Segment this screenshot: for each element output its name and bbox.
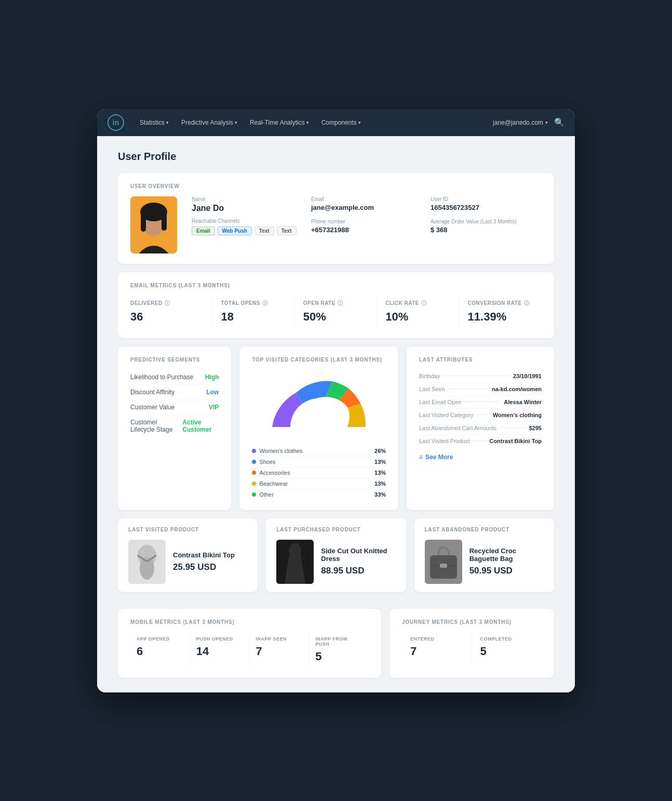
three-col-section: PREDICTIVE SEGMENTS Likelihood to Purcha… xyxy=(118,346,554,510)
journey-metrics-grid: ENTERED 7 COMPLETED 5 xyxy=(402,632,542,662)
avatar xyxy=(130,196,177,253)
last-abandoned-card: LAST ABANDONED PRODUCT xyxy=(414,518,554,592)
info-icon[interactable]: ⓘ xyxy=(262,300,268,307)
bottom-metrics-row: MOBILE METRICS (LAST 3 MONTHS) APP OPENE… xyxy=(118,609,554,678)
categories-card: TOP VISITED CATEGORIES (LAST 3 MONTHS) xyxy=(239,346,398,510)
metric-entered: ENTERED 7 xyxy=(402,632,472,662)
predictive-label: PREDICTIVE SEGMENTS xyxy=(130,357,219,363)
email-metrics-grid: DELIVERED ⓘ 36 TOTAL OPENS ⓘ 18 OPEN RAT… xyxy=(130,296,542,328)
product-content: Recycled Croc Baguette Bag 50.95 USD xyxy=(425,540,544,584)
legend-item-2: Accessories 13% xyxy=(252,468,386,478)
metric-conversion-rate: CONVERSION RATE ⓘ 11.39% xyxy=(460,296,542,328)
metric-completed: COMPLETED 5 xyxy=(472,632,542,662)
chevron-down-icon: ▾ xyxy=(358,120,361,125)
metric-click-rate: CLICK RATE ⓘ 10% xyxy=(377,296,459,328)
info-icon[interactable]: ⓘ xyxy=(338,300,343,307)
nav-components[interactable]: Components ▾ xyxy=(316,116,366,129)
last-purchased-card: LAST PURCHASED PRODUCT Side Cut Out Knit… xyxy=(266,518,406,592)
email-metrics-card: EMAIL METRICS (LAST 3 MONTHS) DELIVERED … xyxy=(118,272,554,338)
svg-rect-5 xyxy=(162,211,167,231)
page-title: User Profile xyxy=(118,151,554,163)
pred-row-0: Likelihood to Purchase High xyxy=(130,370,219,385)
chevron-down-icon: ▾ xyxy=(306,120,309,125)
user-overview-card: USER OVERVIEW xyxy=(118,173,554,264)
user-overview-grid: Name Jane Do Reachable Channels Email We… xyxy=(130,196,542,253)
mobile-metrics-grid: APP OPENED 6 PUSH OPENED 14 INAPP SEEN xyxy=(130,632,369,668)
legend-dot xyxy=(252,492,256,497)
see-more-button[interactable]: ≡ See More xyxy=(419,453,453,461)
journey-metrics-label: JOURNEY METRICS (LAST 3 MONTHS) xyxy=(402,619,542,625)
nav-real-time-analytics[interactable]: Real-Time Analytics ▾ xyxy=(245,116,314,129)
metric-inapp-from-push: INAPP FROM PUSH 5 xyxy=(309,632,369,668)
logo-icon: in xyxy=(113,118,119,127)
legend-item-1: Shoes 13% xyxy=(252,457,386,468)
tag-email: Email xyxy=(192,226,215,235)
metric-total-opens: TOTAL OPENS ⓘ 18 xyxy=(212,296,294,328)
mobile-metrics-label: MOBILE METRICS (LAST 3 MONTHS) xyxy=(130,619,369,625)
attr-row-5: Last Visited Product Contrast Bikini Top xyxy=(419,435,542,447)
legend-item-3: Beachwear 13% xyxy=(252,478,386,489)
name-field: Name Jane Do Reachable Channels Email We… xyxy=(192,196,303,235)
product-info: Contrast Bikini Top 25.95 USD xyxy=(173,551,235,572)
pred-row-2: Customer Value VIP xyxy=(130,400,219,415)
list-icon: ≡ xyxy=(419,453,423,461)
nav-statistics[interactable]: Statistics ▾ xyxy=(135,116,174,129)
info-icon[interactable]: ⓘ xyxy=(421,300,427,307)
product-image xyxy=(276,540,314,584)
user-info: Name Jane Do Reachable Channels Email We… xyxy=(192,196,542,235)
journey-metrics-card: JOURNEY METRICS (LAST 3 MONTHS) ENTERED … xyxy=(389,609,554,678)
tag-webpush: Web Push xyxy=(218,226,252,235)
predictive-card: PREDICTIVE SEGMENTS Likelihood to Purcha… xyxy=(118,346,231,510)
legend-item-0: Women's clothes 26% xyxy=(252,446,386,457)
navbar: in Statistics ▾ Predictive Analysis ▾ Re… xyxy=(97,109,575,136)
product-info: Side Cut Out Knitted Dress 88.95 USD xyxy=(321,547,395,576)
metric-open-rate: OPEN RATE ⓘ 50% xyxy=(295,296,377,328)
attr-row-4: Last Abandoned Cart Amounts $295 xyxy=(419,422,542,435)
svg-rect-4 xyxy=(141,211,146,232)
main-content: User Profile USER OVERVIEW xyxy=(97,136,575,692)
user-overview-label: USER OVERVIEW xyxy=(130,183,542,189)
product-content: Contrast Bikini Top 25.95 USD xyxy=(128,540,247,584)
predictive-rows: Likelihood to Purchase High Discount Aff… xyxy=(130,370,219,437)
attributes-card: LAST ATTRIBUTES Birthday 23/10/1991 Last… xyxy=(407,346,554,510)
legend-dot xyxy=(252,460,256,464)
tag-text-2: Text xyxy=(277,226,297,235)
legend-item-4: Other 33% xyxy=(252,489,386,500)
attr-row-0: Birthday 23/10/1991 xyxy=(419,370,542,383)
svg-point-11 xyxy=(140,557,154,580)
product-content: Side Cut Out Knitted Dress 88.95 USD xyxy=(276,540,395,584)
legend-dot xyxy=(252,449,256,453)
attributes-label: LAST ATTRIBUTES xyxy=(419,357,542,363)
userid-field: User ID 1654356723527 Average Order Valu… xyxy=(431,196,542,235)
info-icon[interactable]: ⓘ xyxy=(165,300,170,307)
browser-window: in Statistics ▾ Predictive Analysis ▾ Re… xyxy=(97,109,575,692)
logo[interactable]: in xyxy=(107,114,124,131)
metric-push-opened: PUSH OPENED 14 xyxy=(190,632,250,668)
user-menu[interactable]: jane@janedo.com ▾ xyxy=(493,119,548,126)
attr-row-1: Last Seen na-kd.com/women xyxy=(419,383,542,396)
email-metrics-label: EMAIL METRICS (LAST 3 MONTHS) xyxy=(130,283,542,288)
tag-text-1: Text xyxy=(254,226,274,235)
metric-inapp-seen: INAPP SEEN 7 xyxy=(250,632,310,668)
metric-delivered: DELIVERED ⓘ 36 xyxy=(130,296,212,328)
chevron-down-icon: ▾ xyxy=(545,120,548,125)
categories-legend: Women's clothes 26% Shoes 13% xyxy=(252,446,386,500)
legend-dot xyxy=(252,471,256,475)
attr-row-2: Last Email Open Alessa Winter xyxy=(419,396,542,409)
search-button[interactable]: 🔍 xyxy=(554,117,565,127)
email-field: Email jane@example.com Phone number +657… xyxy=(311,196,422,235)
donut-chart xyxy=(252,370,386,437)
product-cards: LAST VISITED PRODUCT Contrast xyxy=(118,518,554,600)
channel-tags: Email Web Push Text Text xyxy=(192,226,303,235)
legend-dot xyxy=(252,482,256,486)
chevron-down-icon: ▾ xyxy=(235,120,237,125)
product-image xyxy=(128,540,166,584)
last-visited-card: LAST VISITED PRODUCT Contrast xyxy=(118,518,258,592)
info-icon[interactable]: ⓘ xyxy=(524,300,530,307)
nav-predictive-analysis[interactable]: Predictive Analysis ▾ xyxy=(176,116,243,129)
categories-label: TOP VISITED CATEGORIES (LAST 3 MONTHS) xyxy=(252,357,386,363)
product-info: Recycled Croc Baguette Bag 50.95 USD xyxy=(469,547,544,576)
chevron-down-icon: ▾ xyxy=(166,120,169,125)
svg-point-6 xyxy=(153,225,162,232)
svg-rect-19 xyxy=(440,564,447,568)
